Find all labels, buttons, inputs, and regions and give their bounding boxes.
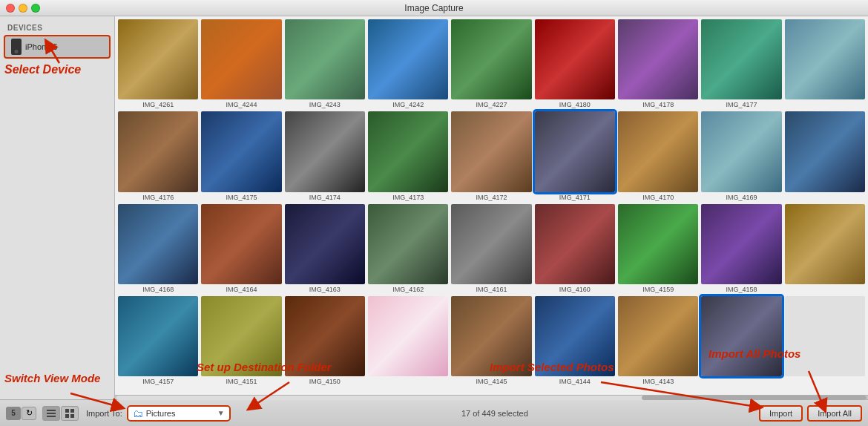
photo-label: IMG_4172 [451,194,531,201]
photo-label: IMG_4243 [285,101,365,108]
photo-thumb[interactable] [368,296,448,376]
photo-thumb[interactable] [201,204,281,284]
photo-thumb[interactable] [535,204,615,284]
sidebar-device-iphone[interactable]: iPhone 6 [4,35,111,59]
list-item[interactable]: IMG_4227 [451,19,531,108]
list-item[interactable]: IMG_4158 [701,204,781,293]
list-item[interactable]: IMG_4243 [285,19,365,108]
list-item[interactable]: IMG_4172 [451,111,531,200]
list-item[interactable]: IMG_4143 [618,296,698,385]
photo-thumb[interactable] [118,19,198,99]
photo-thumb[interactable] [451,296,531,376]
list-item[interactable] [368,296,448,385]
scrollbar-track[interactable] [116,396,867,400]
list-item[interactable]: IMG_4173 [368,111,448,200]
photo-thumb[interactable] [785,296,865,376]
list-item[interactable] [785,204,865,293]
photo-thumb[interactable] [201,19,281,99]
list-item[interactable]: IMG_4163 [285,204,365,293]
photo-label: IMG_4171 [535,194,615,201]
list-item[interactable]: IMG_4175 [201,111,281,200]
list-item[interactable]: IMG_4145 [451,296,531,385]
list-item[interactable]: IMG_4161 [451,204,531,293]
photo-thumb[interactable] [535,296,615,376]
photo-label: IMG_4242 [368,101,448,108]
list-item[interactable]: IMG_4144 [535,296,615,385]
bottom-toolbar: 5 ↻ Import To: 🗂 Pictures ▼ 17 of 449 se… [0,399,868,426]
photo-label: IMG_4176 [118,194,198,201]
list-item[interactable]: IMG_4157 [118,296,198,385]
list-item[interactable]: IMG_4169 [701,111,781,200]
photo-thumb[interactable] [785,204,865,284]
list-item[interactable]: IMG_4176 [118,111,198,200]
photo-label: IMG_4178 [618,101,698,108]
photo-thumb[interactable] [368,111,448,191]
list-item[interactable]: IMG_4180 [535,19,615,108]
list-item[interactable] [785,111,865,200]
photo-thumb[interactable] [368,204,448,284]
photo-thumb[interactable] [285,19,365,99]
list-item[interactable] [785,19,865,108]
photo-thumb[interactable] [201,111,281,191]
list-item[interactable] [785,296,865,385]
list-item[interactable]: IMG_4171 [535,111,615,200]
photo-thumb[interactable] [618,111,698,191]
list-item[interactable]: IMG_4244 [201,19,281,108]
photo-thumb[interactable] [118,296,198,376]
list-item[interactable]: IMG_4174 [285,111,365,200]
photo-area[interactable]: IMG_4261 IMG_4244 IMG_4243 IMG_4242 IMG_… [115,16,868,399]
list-item[interactable]: IMG_4160 [535,204,615,293]
list-item[interactable]: IMG_4177 [701,19,781,108]
photo-thumb[interactable] [451,19,531,99]
photo-thumb[interactable] [701,111,781,191]
scrollbar-area [115,395,868,399]
photo-thumb[interactable] [285,111,365,191]
photo-thumb[interactable] [201,296,281,376]
photo-thumb[interactable] [701,296,781,376]
list-item[interactable]: IMG_4178 [618,19,698,108]
list-item[interactable]: IMG_4170 [618,111,698,200]
list-item[interactable]: IMG_4159 [618,204,698,293]
photo-grid: IMG_4261 IMG_4244 IMG_4243 IMG_4242 IMG_… [118,19,865,385]
rotate-button[interactable]: ↻ [22,407,36,420]
grid-view-button[interactable] [61,406,79,421]
photo-label: IMG_4161 [451,286,531,293]
photo-thumb[interactable] [535,19,615,99]
photo-thumb[interactable] [118,204,198,284]
svg-rect-3 [65,409,69,413]
list-view-button[interactable] [42,406,60,421]
scrollbar-thumb[interactable] [642,396,867,400]
photo-thumb[interactable] [451,204,531,284]
list-item[interactable]: IMG_4162 [368,204,448,293]
photo-thumb[interactable] [285,204,365,284]
photo-label: IMG_4168 [118,286,198,293]
titlebar: Image Capture [0,0,868,16]
sidebar-section-label: DEVICES [0,22,114,33]
list-item[interactable]: IMG_4242 [368,19,448,108]
photo-thumb[interactable] [118,111,198,191]
photo-label: IMG_4144 [535,378,615,385]
close-button[interactable] [6,4,15,13]
photo-thumb[interactable] [618,19,698,99]
photo-thumb[interactable] [618,296,698,376]
list-item[interactable]: IMG_4261 [118,19,198,108]
photo-thumb[interactable] [701,204,781,284]
photo-thumb[interactable] [535,111,615,191]
list-item[interactable]: IMG_4164 [201,204,281,293]
list-item[interactable] [701,296,781,385]
photo-thumb[interactable] [701,19,781,99]
list-item[interactable]: IMG_4150 [285,296,365,385]
list-item[interactable]: IMG_4168 [118,204,198,293]
list-item[interactable]: IMG_4151 [201,296,281,385]
minimize-button[interactable] [19,4,27,13]
maximize-button[interactable] [31,4,40,13]
destination-folder-select[interactable]: 🗂 Pictures ▼ [127,405,231,422]
photo-thumb[interactable] [285,296,365,376]
import-button[interactable]: Import [759,405,803,422]
import-all-button[interactable]: Import All [807,405,862,422]
photo-thumb[interactable] [785,111,865,191]
photo-thumb[interactable] [785,19,865,99]
photo-thumb[interactable] [451,111,531,191]
photo-thumb[interactable] [368,19,448,99]
photo-thumb[interactable] [618,204,698,284]
